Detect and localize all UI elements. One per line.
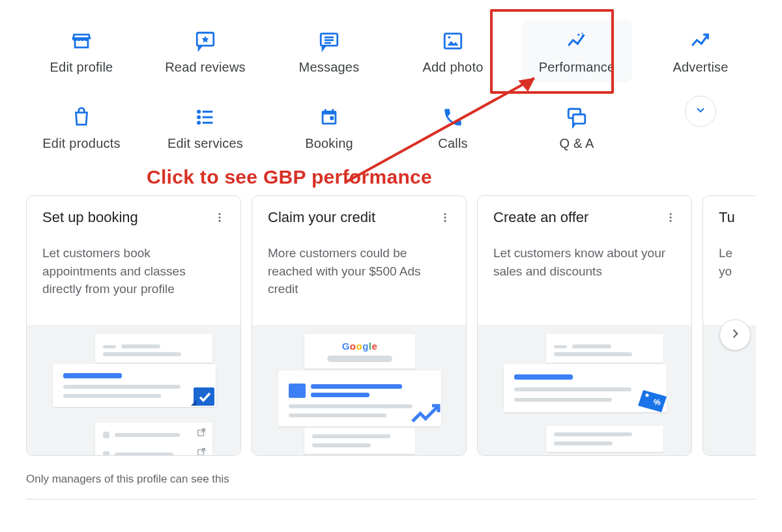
card-illustration [27,325,240,455]
nav-grid: Edit profile Read reviews Messages [26,20,756,159]
card-menu-button[interactable] [437,210,453,225]
messages-icon [317,29,341,53]
nav-label: Edit products [42,136,120,151]
nav-edit-products[interactable]: Edit products [26,96,137,159]
svg-point-32 [646,394,649,397]
svg-point-27 [444,220,446,222]
nav-edit-services[interactable]: Edit services [150,96,261,159]
booking-icon [317,105,341,130]
nav-add-photo[interactable]: Add photo [398,20,508,83]
nav-label: Read reviews [165,60,246,75]
svg-point-19 [219,217,221,219]
svg-point-30 [670,220,672,222]
svg-point-25 [444,213,446,215]
storefront-icon [69,29,94,53]
nav-label: Calls [438,136,467,151]
nav-booking[interactable]: Booking [274,96,384,159]
nav-qa[interactable]: Q & A [521,96,632,159]
card-body: Let customers know about your sales and … [478,229,691,325]
card-illustration: % [478,325,691,455]
svg-point-26 [444,217,446,219]
svg-rect-11 [332,109,334,113]
cards-next-button[interactable] [719,319,751,350]
nav-label: Add photo [423,60,484,75]
nav-label: Q & A [559,136,594,151]
nav-advertise[interactable]: Advertise [645,20,756,83]
svg-point-20 [219,220,221,222]
nav-calls[interactable]: Calls [398,96,508,159]
chevron-down-icon [694,104,707,119]
svg-rect-21 [194,387,214,406]
svg-point-4 [582,35,584,37]
card-body: Le yo [703,229,756,325]
card-menu-button[interactable] [663,210,678,225]
svg-point-28 [670,213,672,215]
nav-read-reviews[interactable]: Read reviews [150,20,261,83]
card-illustration: Google [252,325,466,455]
svg-point-5 [198,111,200,113]
svg-rect-2 [444,34,461,49]
card-title: Tu [719,209,735,226]
qa-icon [564,105,589,130]
gbp-dashboard: Edit profile Read reviews Messages [0,0,782,525]
card-body: Let customers book appointments and clas… [27,229,240,325]
add-photo-icon [441,29,465,53]
advertise-icon [688,29,713,53]
card-title: Set up booking [42,209,138,226]
card-title: Claim your credit [268,209,375,226]
nav-label: Performance [539,60,615,75]
svg-marker-31 [638,390,667,412]
svg-rect-13 [330,117,334,120]
svg-point-29 [670,217,672,219]
nav-toggle-button[interactable] [685,96,716,127]
chevron-right-icon [729,327,742,343]
products-icon [69,105,94,130]
nav-edit-profile[interactable]: Edit profile [26,20,137,83]
calls-icon [441,105,465,130]
svg-rect-15 [573,115,585,124]
svg-point-7 [198,122,200,124]
card-create-offer[interactable]: Create an offer Let customers know about… [477,195,692,456]
svg-point-3 [448,36,450,38]
review-star-icon [193,29,218,53]
nav-messages[interactable]: Messages [274,20,384,83]
svg-rect-10 [325,109,326,113]
card-claim-credit[interactable]: Claim your credit More customers could b… [252,195,467,456]
card-menu-button[interactable] [212,210,227,225]
nav-label: Booking [305,136,353,151]
nav-label: Edit services [167,136,243,151]
svg-point-6 [198,117,200,119]
svg-text:%: % [654,398,661,407]
performance-icon [564,29,589,53]
visibility-note: Only managers of this profile can see th… [26,473,756,499]
nav-label: Edit profile [50,60,113,75]
nav-label: Messages [299,60,360,75]
nav-label: Advertise [673,60,728,75]
services-icon [193,105,218,130]
svg-point-18 [219,213,221,215]
google-logo: Google [312,341,407,352]
card-set-up-booking[interactable]: Set up booking Let customers book appoin… [26,195,241,456]
suggestion-cards-row: Set up booking Let customers book appoin… [26,195,756,456]
card-title: Create an offer [493,209,588,226]
card-body: More customers could be reached with you… [252,229,466,325]
annotation-text: Click to see GBP performance [147,166,432,188]
nav-performance[interactable]: Performance [521,20,632,83]
